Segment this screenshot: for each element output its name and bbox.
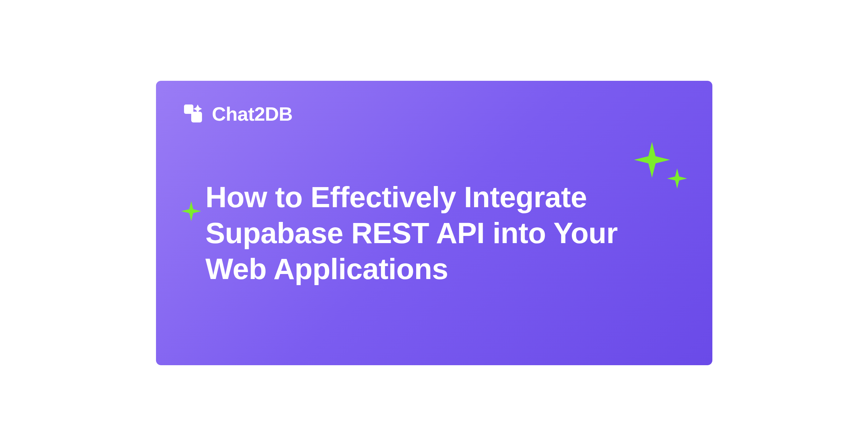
hero-card: Chat2DB How to Effectively Integrate Sup… bbox=[156, 81, 712, 365]
article-title: How to Effectively Integrate Supabase RE… bbox=[206, 179, 640, 287]
brand-logo-row: Chat2DB bbox=[182, 102, 293, 125]
brand-name: Chat2DB bbox=[212, 103, 293, 125]
sparkle-icon bbox=[634, 142, 670, 178]
sparkle-icon bbox=[667, 168, 687, 189]
brand-logo-icon bbox=[182, 102, 205, 125]
svg-rect-1 bbox=[191, 112, 202, 122]
sparkle-icon bbox=[181, 201, 201, 221]
